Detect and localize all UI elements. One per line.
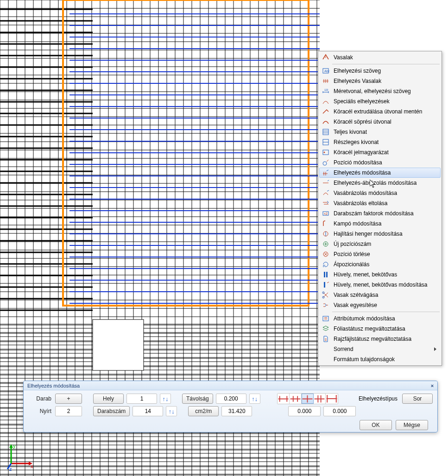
menu-item-label: Méretvonal, elhelyezési szöveg <box>334 88 411 94</box>
placement-mode-5[interactable] <box>326 394 338 404</box>
hely-arrows[interactable]: ↑↓ <box>160 394 171 404</box>
cm2m-value[interactable]: 31.420 <box>221 406 252 416</box>
full-schema-icon <box>322 128 330 136</box>
submenu-arrow-icon <box>434 347 436 351</box>
cm2m-button[interactable]: cm2/m <box>188 406 219 416</box>
layer-status-icon <box>322 325 330 333</box>
placement-mode-group[interactable] <box>277 393 338 404</box>
svg-rect-187 <box>93 319 144 370</box>
menu-item-label: Hüvely, menet, bekötővas <box>334 271 397 278</box>
menu-item-0[interactable]: 1Vasalak <box>319 52 441 63</box>
svg-text:×2: ×2 <box>324 212 328 215</box>
menu-item-27[interactable]: Attribútumok módosítása <box>319 313 441 324</box>
menu-item-21[interactable]: Átpozicionálás <box>319 259 441 269</box>
bend-icon <box>322 230 330 238</box>
menu-item-2[interactable]: AbcElhelyezési szöveg <box>319 66 441 76</box>
placement-mode-1[interactable] <box>278 394 290 404</box>
edit-place-rep-icon <box>322 179 330 187</box>
cut-icon <box>322 291 330 299</box>
menu-item-10[interactable]: Köracél jelmagyarázat <box>319 147 441 157</box>
placement-mode-3[interactable] <box>302 394 314 404</box>
special-place-icon <box>322 97 330 106</box>
menu-item-18[interactable]: Hajlítási henger módosítása <box>319 229 441 239</box>
count-factor-icon: ×2 <box>322 209 330 218</box>
tavolsag-button[interactable]: Távolság <box>182 394 213 404</box>
menu-separator <box>332 312 440 312</box>
darabszam-arrows[interactable]: ↑↓ <box>166 406 177 416</box>
menu-item-label: Pozíció módosítása <box>334 159 382 166</box>
darabszam-value[interactable]: 14 <box>133 406 163 416</box>
sor-button[interactable]: Sor <box>402 394 433 404</box>
menu-item-7[interactable]: Köracél söprési útvonal <box>319 117 441 127</box>
menu-item-label: Vasábrázolás eltolása <box>334 200 388 207</box>
svg-marker-211 <box>9 444 13 448</box>
blank-icon <box>322 345 330 353</box>
menu-item-4[interactable]: 123Méretvonal, elhelyezési szöveg <box>319 86 441 96</box>
menu-item-22[interactable]: Hüvely, menet, bekötővas <box>319 269 441 280</box>
darabszam-button[interactable]: Darabszám <box>93 406 130 416</box>
dialog-close-button[interactable]: × <box>429 382 435 389</box>
placement-mode-2[interactable] <box>290 394 302 404</box>
menu-item-label: Hajlítási henger módosítása <box>334 231 403 237</box>
svg-rect-202 <box>324 272 325 277</box>
menu-item-label: Rajzfájlstátusz megváltoztatása <box>334 336 411 342</box>
menu-item-label: Teljes kivonat <box>334 129 367 135</box>
menu-item-14[interactable]: Vasábrázolás módosítása <box>319 188 441 198</box>
menu-item-16[interactable]: ×2Darabszám faktorok módosítása <box>319 208 441 219</box>
menu-item-label: Vasak egyesítése <box>334 302 377 308</box>
menu-item-label: Formátum tulajdonságok <box>334 356 395 363</box>
dimline-icon: 123 <box>322 87 330 95</box>
menu-item-13[interactable]: Elhelyezés-ábrázolás módosítása <box>319 178 441 188</box>
dialog-title-text: Elhelyezés módosítása <box>27 383 80 388</box>
menu-item-19[interactable]: Új pozíciószám <box>319 239 441 249</box>
menu-item-label: Elhelyezési szöveg <box>334 68 381 74</box>
menu-item-31[interactable]: Formátum tulajdonságok <box>319 354 441 364</box>
menu-item-17[interactable]: Kampó módosítása <box>319 219 441 229</box>
menu-item-5[interactable]: Speciális elhelyezések <box>319 96 441 106</box>
menu-item-23[interactable]: Hüvely, menet, bekötővas módosítása <box>319 280 441 290</box>
menu-item-label: Köracél jelmagyarázat <box>334 149 389 156</box>
cancel-button[interactable]: Mégse <box>396 420 428 430</box>
blank-icon <box>322 355 330 363</box>
menu-item-6[interactable]: Köracél extrudálása útvonal mentén <box>319 106 441 117</box>
menu-item-12[interactable]: Elhelyezés módosítása <box>319 168 441 178</box>
menu-item-3[interactable]: Elhelyezés Vasalak <box>319 76 441 86</box>
ext1-value[interactable]: 0.000 <box>288 406 321 416</box>
menu-item-8[interactable]: Teljes kivonat <box>319 127 441 137</box>
hely-button[interactable]: Hely <box>93 394 124 404</box>
menu-item-9[interactable]: Részleges kivonat <box>319 137 441 147</box>
edit-pos-icon <box>322 158 330 167</box>
menu-item-24[interactable]: Vasak szétvágása <box>319 290 441 300</box>
new-pos-icon <box>322 240 330 248</box>
context-menu[interactable]: 1VasalakAbcElhelyezési szövegElhelyezés … <box>318 51 442 366</box>
menu-item-label: Darabszám faktorok módosítása <box>334 210 414 217</box>
axis-gizmo: x y z <box>6 443 34 472</box>
hely-value[interactable]: 1 <box>126 394 157 404</box>
placement-mode-4[interactable] <box>314 394 326 404</box>
axis-x-label: x <box>31 463 33 469</box>
ok-button[interactable]: OK <box>360 420 392 430</box>
ext2-value[interactable]: 0.000 <box>323 406 356 416</box>
nyirt-value[interactable]: 2 <box>55 406 82 416</box>
elhelyezes-modositasa-dialog[interactable]: Elhelyezés módosítása × Darab + Hely 1 ↑… <box>23 381 438 432</box>
menu-item-label: Vasak szétvágása <box>334 292 379 298</box>
menu-item-15[interactable]: Vasábrázolás eltolása <box>319 198 441 208</box>
tavolsag-value[interactable]: 0.200 <box>216 394 246 404</box>
dialog-titlebar[interactable]: Elhelyezés módosítása × <box>24 381 437 390</box>
menu-item-20[interactable]: Pozíció törlése <box>319 249 441 259</box>
menu-item-25[interactable]: Vasak egyesítése <box>319 300 441 310</box>
menu-item-label: Fóliastátusz megváltoztatása <box>334 326 405 332</box>
menu-item-28[interactable]: Fóliastátusz megváltoztatása <box>319 324 441 334</box>
menu-item-11[interactable]: Pozíció módosítása <box>319 157 441 168</box>
shift-rebar-icon <box>322 199 330 207</box>
plus-button[interactable]: + <box>55 394 82 404</box>
menu-separator <box>332 64 440 64</box>
menu-item-label: Köracél extrudálása útvonal mentén <box>334 108 422 115</box>
svg-rect-207 <box>323 316 328 321</box>
tavolsag-arrows[interactable]: ↑↓ <box>249 394 260 404</box>
svg-text:123: 123 <box>324 88 328 91</box>
menu-item-30[interactable]: Sorrend <box>319 344 441 354</box>
sweep-icon <box>322 118 330 126</box>
menu-item-29[interactable]: Rajzfájlstátusz megváltoztatása <box>319 334 441 344</box>
menu-item-label: Pozíció törlése <box>334 251 370 257</box>
